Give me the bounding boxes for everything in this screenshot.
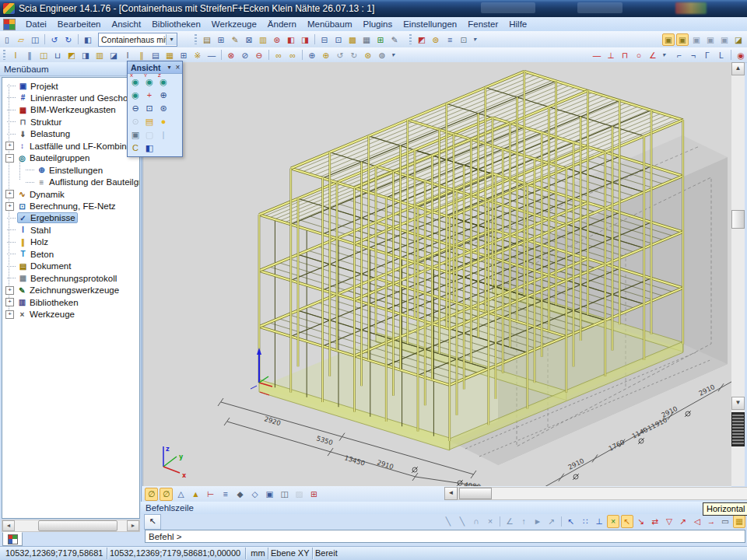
properties-panel-toggle-icon[interactable]: ◧ bbox=[82, 33, 94, 46]
section-tee-icon[interactable]: ◨ bbox=[79, 49, 92, 61]
viewport-horizontal-scrollbar[interactable]: ◄ ► bbox=[444, 487, 747, 500]
section-round-icon[interactable]: ◪ bbox=[107, 49, 120, 61]
view-y-icon[interactable]: ◉Y bbox=[143, 75, 156, 89]
draw-polyline-icon[interactable]: ⊓ bbox=[619, 49, 631, 61]
mirror-node-icon[interactable]: ⊚ bbox=[376, 49, 388, 61]
image-gallery-icon[interactable]: ▩ bbox=[346, 33, 359, 46]
view-layers-folder-icon[interactable]: ▤ bbox=[143, 115, 156, 128]
copy-sheets-icon[interactable]: ⊞ bbox=[215, 33, 227, 46]
tree-expander[interactable]: + bbox=[5, 310, 14, 319]
cursor-tracking-icon[interactable]: ↖ bbox=[565, 515, 577, 528]
export-icon[interactable]: ⊠ bbox=[243, 33, 255, 46]
status-unit[interactable]: mm bbox=[244, 548, 268, 559]
section-u-icon[interactable]: ⊔ bbox=[51, 49, 64, 61]
scrollbar-thumb[interactable] bbox=[731, 210, 745, 229]
toolbar-overflow-chevron[interactable]: ▾ bbox=[471, 36, 479, 43]
palette-header[interactable]: Ansicht ▾ × bbox=[128, 61, 182, 74]
node-labels-toggle-icon[interactable]: ∅ bbox=[160, 488, 173, 501]
divider-icon[interactable]: | bbox=[157, 128, 170, 142]
snap-arc-icon[interactable]: ∩ bbox=[470, 515, 482, 528]
layers-tab[interactable] bbox=[2, 532, 23, 546]
scrollbar-thumb[interactable] bbox=[38, 520, 117, 531]
link-nodes-2-icon[interactable]: ∞ bbox=[286, 49, 299, 61]
render-mode-icon[interactable]: ◆ bbox=[233, 488, 247, 501]
tree-item-auflistung[interactable]: ≡Auflistung der Bauteilgrup bbox=[4, 177, 138, 188]
corner-joint-3-icon[interactable]: Γ bbox=[701, 49, 714, 61]
dimension-help-icon[interactable]: ⊡ bbox=[458, 33, 470, 46]
scale-node-icon[interactable]: ⊛ bbox=[362, 49, 374, 61]
title-bar[interactable]: Scia Engineer 14.1.76 - [Containerhaus m… bbox=[0, 0, 747, 17]
node-snap-2-icon[interactable]: ⇄ bbox=[649, 515, 661, 528]
rotate-right-icon[interactable]: ↻ bbox=[348, 49, 360, 61]
document-edit-icon[interactable]: ✎ bbox=[388, 33, 401, 46]
scroll-left-button[interactable]: ◄ bbox=[2, 520, 15, 531]
menu-einstellungen[interactable]: Einstellungen bbox=[398, 19, 462, 30]
scrollbar-thumb[interactable] bbox=[459, 488, 492, 499]
view-x-icon[interactable]: ◉X bbox=[129, 75, 142, 89]
supports-display-icon[interactable]: △ bbox=[174, 488, 188, 501]
tree-item-beton[interactable]: TBeton bbox=[4, 248, 138, 260]
zoom-all-icon[interactable]: ⊛ bbox=[157, 102, 170, 115]
link-nodes-icon[interactable]: ∞ bbox=[272, 49, 285, 61]
tree-item-bibliotheken[interactable]: +▥Bibliotheken bbox=[4, 296, 138, 308]
project-data-icon[interactable]: ▤ bbox=[201, 33, 213, 46]
scroll-right-button[interactable]: ► bbox=[127, 520, 139, 531]
beam-rail-icon[interactable]: ∥ bbox=[135, 49, 148, 61]
menu-ansicht[interactable]: Ansicht bbox=[106, 19, 146, 30]
corner-joint-2-icon[interactable]: ¬ bbox=[687, 49, 700, 61]
draw-perpendicular-icon[interactable]: ⊥ bbox=[605, 49, 617, 61]
menu-werkzeuge[interactable]: Werkzeuge bbox=[206, 19, 262, 30]
wall-member-icon[interactable]: ▦ bbox=[163, 49, 176, 61]
open-folder-icon[interactable]: ▱ bbox=[15, 33, 27, 46]
zoom-image-icon[interactable]: ⊚ bbox=[430, 33, 442, 46]
tree-item-berechnungsprotokoll[interactable]: ▦Berechnungsprotokoll bbox=[4, 272, 138, 284]
window-split-2-icon[interactable]: ◨ bbox=[299, 33, 311, 46]
edit-book-icon[interactable]: ✎ bbox=[229, 33, 241, 46]
snap-segment-icon[interactable]: ╲ bbox=[456, 515, 468, 528]
toolbar-grip[interactable] bbox=[409, 34, 412, 44]
section-channel-icon[interactable]: ∥ bbox=[23, 49, 36, 61]
command-input[interactable]: Befehl > bbox=[145, 530, 745, 543]
cursor-mode-button[interactable]: ↖ bbox=[144, 514, 161, 530]
snap-vertex-icon[interactable]: ↑ bbox=[517, 515, 530, 528]
tree-item-zeichnungswerkzeuge[interactable]: +✎Zeichnungswerkzeuge bbox=[4, 285, 138, 296]
window-new-icon[interactable]: ◪ bbox=[732, 33, 745, 46]
tree-item-lastfaelle[interactable]: +↕Lastfälle und LF-Kombinatio bbox=[4, 140, 138, 152]
toolbar-overflow-chevron[interactable]: ▾ bbox=[389, 51, 397, 58]
new-document-icon[interactable]: ▯ bbox=[1, 33, 13, 46]
viewport-vertical-scrollbar[interactable]: ▲ ▼ bbox=[731, 62, 745, 486]
tree-item-ergebnisse[interactable]: ✓Ergebnisse bbox=[4, 212, 138, 224]
tree-expander[interactable]: + bbox=[5, 286, 14, 295]
project-combobox[interactable]: Containerhaus mit S ▾ bbox=[98, 33, 177, 47]
tree-expander[interactable]: − bbox=[5, 154, 14, 163]
window-5-icon[interactable]: ▣ bbox=[718, 33, 731, 46]
node-snap-5-icon[interactable]: ◁ bbox=[691, 515, 703, 528]
coordinate-axis-icon[interactable]: + bbox=[143, 89, 156, 102]
tree-expander[interactable]: + bbox=[5, 190, 14, 198]
menu-datei[interactable]: Datei bbox=[20, 19, 52, 30]
panel-horizontal-scrollbar[interactable]: ◄ ► bbox=[2, 520, 140, 532]
palette-menu-icon[interactable]: ▾ bbox=[165, 64, 174, 71]
zoom-out-icon[interactable]: ⊖ bbox=[129, 102, 142, 115]
tree-item-bauteilgruppen[interactable]: −◎Bauteilgruppen bbox=[4, 152, 138, 164]
grid-settings-icon[interactable]: ⊞ bbox=[307, 488, 321, 501]
menu-bearbeiten[interactable]: Bearbeiten bbox=[52, 19, 107, 30]
coordinates-table-icon[interactable]: ▦ bbox=[733, 515, 745, 528]
menu-hilfe[interactable]: Hilfe bbox=[503, 19, 532, 30]
tree-expander[interactable]: + bbox=[5, 202, 14, 211]
disconnect-members-icon[interactable]: ⊘ bbox=[239, 49, 251, 61]
section-plate-icon[interactable]: ▥ bbox=[93, 49, 106, 61]
redo-icon[interactable]: ↻ bbox=[62, 33, 75, 46]
node-snap-4-icon[interactable]: ↗ bbox=[677, 515, 689, 528]
scroll-left-button[interactable]: ◄ bbox=[444, 487, 458, 500]
rotate-left-icon[interactable]: ↺ bbox=[334, 49, 346, 61]
tree-item-struktur[interactable]: ⊓Struktur bbox=[4, 116, 138, 128]
reactions-display-icon[interactable]: ⊢ bbox=[204, 488, 217, 501]
draw-angle-icon[interactable]: ∠ bbox=[647, 49, 659, 61]
tree-item-holz[interactable]: ∥Holz bbox=[4, 236, 138, 248]
tree-item-dokument[interactable]: ▤Dokument bbox=[4, 261, 138, 272]
snap-points-toggle-icon[interactable]: × bbox=[607, 515, 619, 528]
mesh-settings-icon[interactable]: ⊛ bbox=[271, 33, 283, 46]
model-display-icon[interactable]: ◇ bbox=[248, 488, 261, 501]
tree-item-werkzeuge[interactable]: +×Werkzeuge bbox=[4, 309, 138, 320]
